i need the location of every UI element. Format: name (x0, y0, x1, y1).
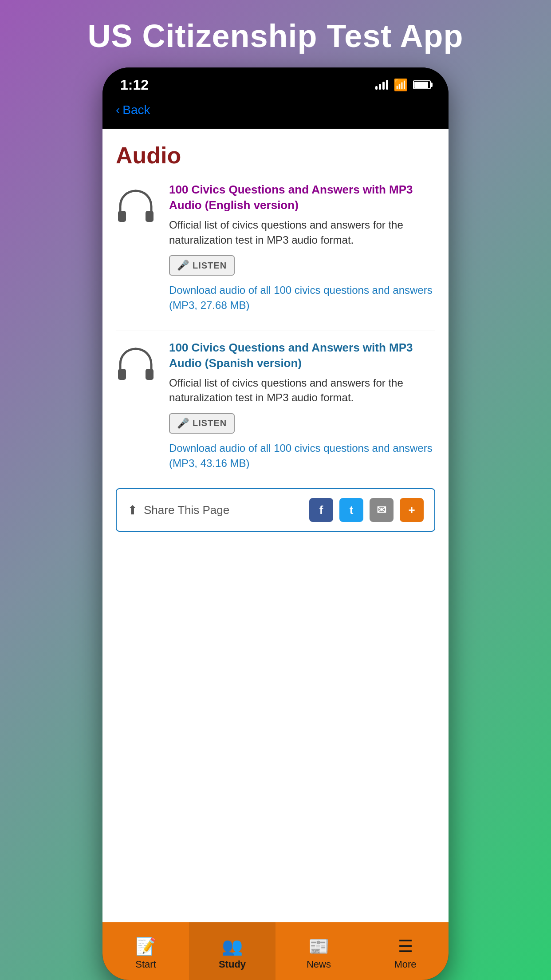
share-icon: ⬆ (127, 503, 138, 518)
listen-button-spanish[interactable]: 🎤 LISTEN (169, 413, 235, 434)
status-bar: 1:12 📶 (102, 67, 449, 99)
tab-more[interactable]: ☰ More (362, 922, 449, 980)
back-button[interactable]: ‹ Back (116, 103, 435, 117)
tab-study-label: Study (219, 959, 246, 970)
audio-content-spanish: 100 Civics Questions and Answers with MP… (169, 340, 435, 475)
audio-content-english: 100 Civics Questions and Answers with MP… (169, 182, 435, 317)
audio-title-english: 100 Civics Questions and Answers with MP… (169, 182, 435, 213)
news-icon: 📰 (308, 937, 329, 956)
svg-rect-1 (146, 211, 153, 222)
svg-rect-2 (118, 369, 126, 380)
battery-icon (413, 80, 431, 89)
svg-rect-3 (146, 369, 153, 380)
listen-label-spanish: LISTEN (193, 418, 227, 428)
chevron-left-icon: ‹ (116, 103, 120, 117)
twitter-icon: t (350, 503, 354, 517)
tab-start[interactable]: 📝 Start (102, 922, 189, 980)
audio-title-spanish: 100 Civics Questions and Answers with MP… (169, 340, 435, 371)
phone-device: 1:12 📶 ‹ Back Audio (102, 67, 449, 980)
signal-icon (375, 80, 388, 90)
study-icon: 👥 (222, 937, 243, 956)
share-bar: ⬆ Share This Page f t ✉ + (116, 488, 435, 532)
status-icons: 📶 (375, 78, 431, 92)
audio-item-english: 100 Civics Questions and Answers with MP… (116, 182, 435, 317)
listen-label-english: LISTEN (193, 261, 227, 271)
download-link-spanish[interactable]: Download audio of all 100 civics questio… (169, 441, 435, 470)
audio-description-spanish: Official list of civics questions and an… (169, 375, 435, 405)
email-icon: ✉ (377, 503, 386, 517)
app-title: US Citizenship Test App (87, 0, 463, 67)
email-button[interactable]: ✉ (370, 498, 394, 522)
back-label: Back (122, 103, 150, 117)
tab-start-label: Start (135, 959, 156, 970)
social-icons: f t ✉ + (309, 498, 424, 522)
headphones-icon-english (116, 182, 160, 317)
wifi-icon: 📶 (394, 78, 408, 92)
more-share-button[interactable]: + (400, 498, 424, 522)
start-icon: 📝 (135, 937, 156, 956)
svg-rect-0 (118, 211, 126, 222)
section-title: Audio (116, 142, 435, 169)
microphone-icon: 🎤 (177, 260, 189, 271)
share-icon-wrapper: ⬆ Share This Page (127, 503, 300, 518)
tab-study[interactable]: 👥 Study (189, 922, 276, 980)
plus-icon: + (408, 503, 415, 517)
audio-description-english: Official list of civics questions and an… (169, 217, 435, 247)
listen-button-english[interactable]: 🎤 LISTEN (169, 255, 235, 276)
download-link-english[interactable]: Download audio of all 100 civics questio… (169, 283, 435, 312)
facebook-button[interactable]: f (309, 498, 333, 522)
tab-news-label: News (307, 959, 331, 970)
divider-1 (116, 331, 435, 331)
nav-bar: ‹ Back (102, 99, 449, 129)
headphones-icon-spanish (116, 340, 160, 475)
tab-more-label: More (394, 959, 416, 970)
audio-item-spanish: 100 Civics Questions and Answers with MP… (116, 340, 435, 475)
microphone-icon-2: 🎤 (177, 418, 189, 429)
bottom-tabs: 📝 Start 👥 Study 📰 News ☰ More (102, 922, 449, 980)
share-label: Share This Page (144, 503, 229, 517)
content-area: Audio 100 Civics Questions and Answers w… (102, 129, 449, 922)
more-icon: ☰ (398, 937, 413, 956)
twitter-button[interactable]: t (339, 498, 363, 522)
facebook-icon: f (319, 503, 323, 517)
status-time: 1:12 (120, 77, 149, 93)
tab-news[interactable]: 📰 News (276, 922, 362, 980)
